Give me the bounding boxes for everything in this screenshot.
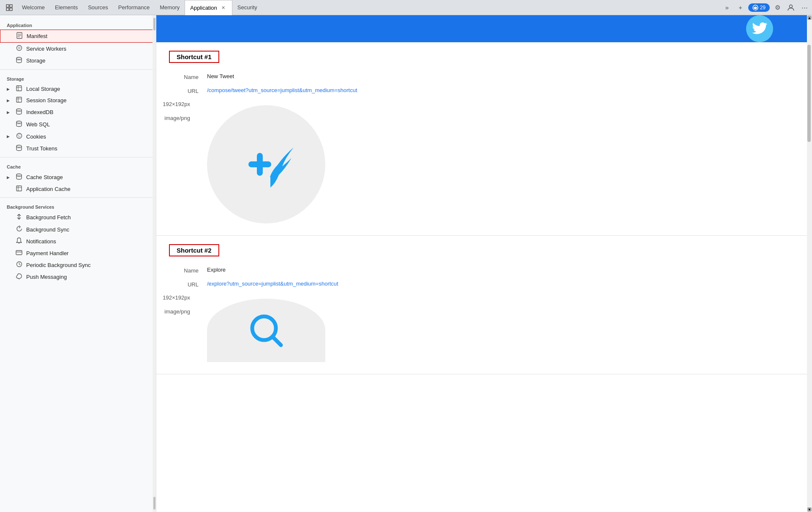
shortcut1-name-label: Name: [169, 74, 207, 80]
pm-label: Push Messaging: [26, 274, 67, 280]
tab-elements-label: Elements: [55, 4, 78, 11]
tt-icon: [15, 144, 23, 153]
bsync-label: Background Sync: [26, 226, 69, 233]
sidebar-item-background-fetch[interactable]: Background Fetch: [0, 211, 156, 223]
svg-rect-37: [16, 251, 22, 255]
cookies-label: Cookies: [26, 133, 46, 140]
scroll-thumb[interactable]: [807, 45, 811, 142]
new-tab-icon: +: [738, 4, 742, 11]
more-tabs-btn[interactable]: »: [721, 2, 733, 14]
svg-line-45: [272, 337, 281, 345]
tab-application-close[interactable]: ✕: [220, 4, 227, 11]
ss-icon: [15, 97, 23, 104]
sidebar-item-notifications[interactable]: Notifications: [0, 235, 156, 248]
issues-badge-btn[interactable]: 💬 29: [748, 3, 770, 12]
cs-label: Cache Storage: [26, 174, 63, 180]
svg-point-25: [18, 135, 19, 136]
tabs-list: Welcome Elements Sources Performance Mem…: [17, 0, 721, 15]
pm-icon: [15, 273, 23, 281]
tab-elements[interactable]: Elements: [50, 0, 83, 15]
scroll-down-btn[interactable]: ▼: [807, 507, 812, 512]
shortcut2-url-label: URL: [169, 281, 207, 288]
sidebar-item-manifest[interactable]: Manifest: [0, 30, 156, 43]
tab-performance-label: Performance: [118, 4, 150, 11]
wsql-icon: [15, 120, 23, 128]
sidebar-item-indexeddb[interactable]: ▶ IndexedDB: [0, 106, 156, 118]
shortcut1-url-link[interactable]: /compose/tweet?utm_source=jumplist&utm_m…: [207, 87, 357, 93]
bf-icon: [15, 213, 23, 221]
shortcut1-url-row: URL /compose/tweet?utm_source=jumplist&u…: [169, 87, 794, 94]
section-storage-label: Storage: [0, 72, 156, 83]
sidebar-item-service-workers[interactable]: Service Workers: [0, 43, 156, 54]
ac-icon: [15, 185, 23, 193]
sw-icon: [15, 45, 23, 52]
top-banner: [156, 15, 807, 42]
settings-icon: ⚙: [775, 4, 780, 11]
tab-bar: Welcome Elements Sources Performance Mem…: [0, 0, 812, 15]
settings-btn[interactable]: ⚙: [771, 2, 783, 14]
shortcut2-url-link[interactable]: /explore?utm_source=jumplist&utm_medium=…: [207, 281, 338, 287]
ph-icon: [15, 250, 23, 257]
sidebar-scroll[interactable]: Application Manifest Service Workers: [0, 15, 156, 512]
svg-point-20: [16, 109, 22, 111]
svg-line-41: [19, 264, 20, 265]
tab-memory[interactable]: Memory: [155, 0, 185, 15]
sidebar-item-session-storage[interactable]: ▶ Session Storage: [0, 95, 156, 106]
shortcut1-url-label: URL: [169, 88, 207, 94]
pbs-icon: [15, 261, 23, 269]
profile-icon: [787, 4, 795, 11]
new-tab-btn[interactable]: +: [735, 2, 747, 14]
notif-icon: [15, 237, 23, 245]
content-area[interactable]: Shortcut #1 Name New Tweet URL /compose/…: [156, 15, 807, 512]
profile-btn[interactable]: [785, 2, 797, 14]
sidebar-item-local-storage[interactable]: ▶ Local Storage: [0, 83, 156, 95]
ss-expand: ▶: [7, 98, 12, 103]
tab-welcome[interactable]: Welcome: [17, 0, 50, 15]
svg-point-27: [19, 136, 19, 137]
wsql-label: Web SQL: [26, 121, 50, 128]
scroll-up-btn[interactable]: ▲: [807, 16, 812, 20]
svg-rect-0: [6, 5, 9, 7]
sidebar-scrollbar-thumb-down: [153, 497, 155, 509]
shortcut2-name-row: Name Explore: [169, 267, 794, 274]
sidebar-item-periodic-background-sync[interactable]: Periodic Background Sync: [0, 259, 156, 271]
shortcut1-size-label: 192×192px: [161, 101, 199, 107]
sidebar-item-cookies[interactable]: ▶ Cookies: [0, 131, 156, 142]
svg-point-28: [20, 136, 20, 136]
sidebar-item-background-sync[interactable]: Background Sync: [0, 223, 156, 235]
shortcut1-name-row: Name New Tweet: [169, 73, 794, 80]
shortcut2-name-value: Explore: [207, 267, 226, 273]
issues-count: 29: [760, 5, 766, 11]
shortcut1-header: Shortcut #1: [169, 51, 219, 63]
shortcut1-image-labels: 192×192px image/png: [169, 101, 207, 223]
storage-app-icon: [15, 57, 23, 65]
idb-expand: ▶: [7, 110, 12, 114]
sidebar-item-payment-handler[interactable]: Payment Handler: [0, 248, 156, 259]
svg-rect-2: [6, 8, 9, 11]
tt-label: Trust Tokens: [26, 145, 57, 152]
sidebar-item-storage-app[interactable]: Storage: [0, 54, 156, 67]
tab-application[interactable]: Application ✕: [185, 0, 232, 15]
devtools-icon-btn[interactable]: [2, 0, 17, 15]
sidebar-item-web-sql[interactable]: Web SQL: [0, 118, 156, 131]
sidebar-item-cache-storage[interactable]: ▶ Cache Storage: [0, 171, 156, 183]
shortcut2-image-labels: 192×192px image/png: [169, 294, 207, 362]
more-options-btn[interactable]: ⋯: [798, 2, 810, 14]
tab-sources[interactable]: Sources: [83, 0, 113, 15]
sidebar-item-trust-tokens[interactable]: Trust Tokens: [0, 142, 156, 155]
content-scrollbar[interactable]: ▲ ▼: [807, 15, 812, 512]
svg-rect-33: [16, 186, 22, 191]
sidebar-item-push-messaging[interactable]: Push Messaging: [0, 271, 156, 283]
explore-icon: [245, 309, 287, 351]
tab-performance[interactable]: Performance: [113, 0, 155, 15]
shortcut2-name-label: Name: [169, 267, 207, 274]
sidebar-item-application-cache[interactable]: Application Cache: [0, 183, 156, 195]
scroll-track: [807, 20, 812, 507]
shortcut1-image-preview: [207, 105, 325, 223]
sidebar-scrollbar[interactable]: [153, 15, 156, 512]
shortcut2-image-preview: [207, 299, 325, 362]
sw-label: Service Workers: [26, 46, 66, 52]
svg-rect-1: [10, 5, 12, 7]
tab-security[interactable]: Security: [232, 0, 262, 15]
shortcut2-section: Shortcut #2 Name Explore URL /explore?ut…: [156, 236, 807, 374]
